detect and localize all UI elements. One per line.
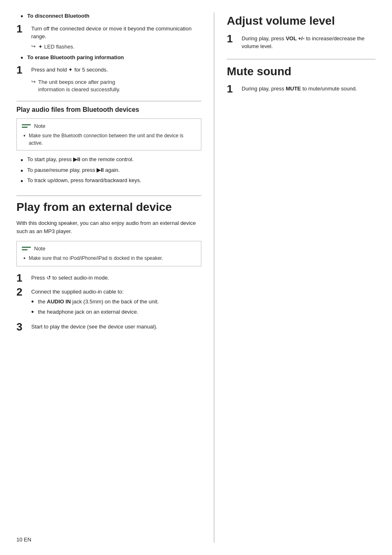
- note-bullet-1: • Make sure the Bluetooth connection bet…: [23, 132, 196, 147]
- external-section-intro: With this docking speaker, you can also …: [16, 219, 201, 236]
- play-pause-text: To pause/resume play, press ▶II again.: [27, 167, 120, 173]
- bullet-dot-1: •: [21, 12, 23, 21]
- disconnect-bullet: • To disconnect Bluetooth: [21, 12, 201, 21]
- divider-1: [16, 101, 201, 102]
- left-column: • To disconnect Bluetooth 1 Turn off the…: [16, 12, 214, 543]
- erase-arrow: ↪ The unit beeps once after paringinform…: [31, 79, 201, 93]
- bullet-dot-2: •: [21, 54, 23, 63]
- note-icon-2: [22, 245, 31, 252]
- mute-sound-step-content: During play, press MUTE to mute/unmute s…: [242, 83, 357, 93]
- note-header-1: Note: [22, 122, 196, 130]
- arrow-sym-erase: ↪: [31, 79, 36, 85]
- step-ext-content-2: Connect the supplied audio-in cable to: …: [31, 286, 159, 319]
- arrow-sym-1: ↪: [31, 43, 36, 49]
- play-start-text: To start play, press ▶II on the remote c…: [27, 156, 134, 162]
- mute-sound-section: Mute sound 1 During play, press MUTE to …: [227, 65, 376, 95]
- note-bullet-dot-1: •: [23, 132, 25, 140]
- mute-sound-step-num: 1: [227, 83, 242, 95]
- arrow-text-erase: The unit beeps once after paringinformat…: [38, 79, 120, 93]
- disconnect-label: To disconnect Bluetooth: [27, 12, 89, 20]
- step-ext-num-3: 3: [16, 321, 31, 333]
- play-pause-bullet: • To pause/resume play, press ▶II again.: [21, 167, 201, 176]
- cable-text-1: the AUDIO IN jack (3.5mm) on the back of…: [38, 298, 159, 306]
- right-divider: [227, 59, 376, 60]
- note-header-2: Note: [22, 245, 196, 252]
- step-disconnect-1: 1 Turn off the connected device or move …: [16, 23, 201, 41]
- step-ext-num-1: 1: [16, 272, 31, 284]
- play-audio-title: Play audio files from Bluetooth devices: [16, 106, 201, 114]
- note-text-2: Make sure that no iPod/iPhone/iPad is do…: [29, 254, 163, 262]
- step-ext-num-2: 2: [16, 286, 31, 298]
- cable-dot-1: •: [31, 298, 34, 307]
- note-icon-1: [22, 122, 31, 130]
- page-footer: 10 EN: [16, 536, 31, 543]
- play-track-bullet: • To track up/down, press forward/backwa…: [21, 177, 201, 186]
- cable-bullet-2: • the headphone jack on an external devi…: [31, 308, 159, 317]
- step-number-1: 1: [16, 23, 31, 35]
- erase-label: To erase Bluetooth paring information: [27, 54, 124, 61]
- step-number-erase: 1: [16, 64, 31, 76]
- erase-bullet: • To erase Bluetooth paring information: [21, 54, 201, 63]
- adjust-volume-step-num: 1: [227, 33, 242, 45]
- divider-2: [16, 195, 201, 196]
- note-content-2: • Make sure that no iPod/iPhone/iPad is …: [22, 254, 196, 263]
- note-bullet-dot-2: •: [23, 254, 25, 263]
- play-pause-dot: •: [21, 167, 23, 176]
- step-text-1: Turn off the connected device or move it…: [31, 25, 191, 40]
- external-section-title: Play from an external device: [16, 200, 201, 214]
- step-erase-1: 1 Press and hold ✦ for 5 seconds.: [16, 64, 201, 76]
- cable-text-2: the headphone jack on an external device…: [38, 308, 138, 316]
- note-label-1: Note: [34, 123, 45, 129]
- right-column: Adjust volume level 1 During play, press…: [214, 12, 376, 543]
- step-content-1: Turn off the connected device or move it…: [31, 23, 201, 41]
- step-ext-content-1: Press ↺ to select audio-in mode.: [31, 272, 109, 282]
- note-bullet-2: • Make sure that no iPod/iPhone/iPad is …: [23, 254, 196, 263]
- note-box-1: Note • Make sure the Bluetooth connectio…: [16, 118, 201, 150]
- step-ext-content-3: Start to play the device (see the device…: [31, 321, 157, 331]
- step1-arrow: ↪ ✦ LED flashes.: [31, 43, 201, 51]
- mute-sound-step: 1 During play, press MUTE to mute/unmute…: [227, 83, 376, 95]
- adjust-volume-step: 1 During play, press VOL +/- to increase…: [227, 33, 376, 51]
- note-text-1: Make sure the Bluetooth connection betwe…: [29, 132, 196, 147]
- adjust-volume-section: Adjust volume level 1 During play, press…: [227, 14, 376, 51]
- note-content-1: • Make sure the Bluetooth connection bet…: [22, 132, 196, 147]
- mute-sound-title: Mute sound: [227, 65, 376, 79]
- note-box-2: Note • Make sure that no iPod/iPhone/iPa…: [16, 241, 201, 266]
- play-track-dot: •: [21, 177, 23, 186]
- play-track-text: To track up/down, press forward/backward…: [27, 177, 141, 183]
- step-content-erase: Press and hold ✦ for 5 seconds.: [31, 64, 108, 74]
- footer-text: 10 EN: [16, 536, 31, 543]
- play-start-bullet: • To start play, press ▶II on the remote…: [21, 156, 201, 165]
- step-ext-1: 1 Press ↺ to select audio-in mode.: [16, 272, 201, 284]
- cable-dot-2: •: [31, 308, 34, 317]
- adjust-volume-title: Adjust volume level: [227, 14, 376, 28]
- cable-bullet-1: • the AUDIO IN jack (3.5mm) on the back …: [31, 298, 159, 307]
- adjust-volume-step-content: During play, press VOL +/- to increase/d…: [242, 33, 376, 51]
- step-ext-3: 3 Start to play the device (see the devi…: [16, 321, 201, 333]
- play-start-dot: •: [21, 156, 23, 165]
- step-ext-2: 2 Connect the supplied audio-in cable to…: [16, 286, 201, 319]
- arrow-text-1: ✦ LED flashes.: [38, 43, 74, 51]
- note-label-2: Note: [34, 245, 45, 252]
